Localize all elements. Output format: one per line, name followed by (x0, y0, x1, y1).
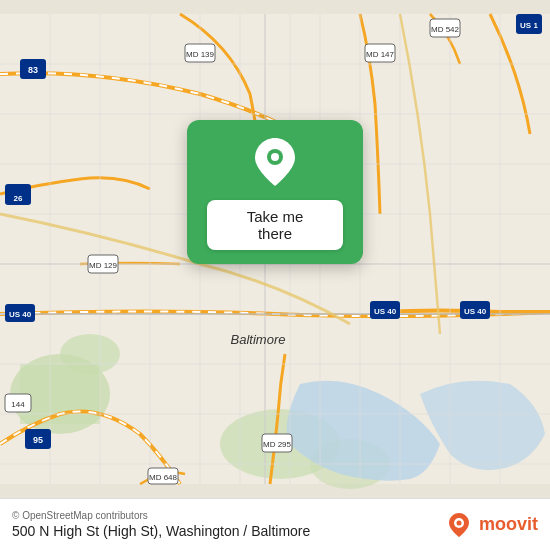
svg-text:MD 129: MD 129 (89, 261, 118, 270)
osm-credit: © OpenStreetMap contributors (12, 510, 310, 521)
svg-text:US 1: US 1 (520, 21, 538, 30)
svg-text:MD 147: MD 147 (366, 50, 395, 59)
svg-point-59 (271, 153, 279, 161)
svg-text:US 40: US 40 (374, 307, 397, 316)
moovit-icon (445, 511, 473, 539)
svg-text:26: 26 (14, 194, 23, 203)
pin-icon-wrapper (255, 138, 295, 190)
svg-text:144: 144 (11, 400, 25, 409)
take-me-there-button[interactable]: Take me there (207, 200, 343, 250)
svg-text:95: 95 (33, 435, 43, 445)
svg-text:83: 83 (28, 65, 38, 75)
moovit-text: moovit (479, 514, 538, 535)
footer: © OpenStreetMap contributors 500 N High … (0, 498, 550, 550)
footer-left: © OpenStreetMap contributors 500 N High … (12, 510, 310, 539)
svg-text:Baltimore: Baltimore (231, 332, 286, 347)
svg-text:MD 648: MD 648 (149, 473, 178, 482)
svg-text:MD 295: MD 295 (263, 440, 292, 449)
map-area: 83 MD 542 MD 139 MD 147 US 1 US 1 26 MD … (0, 0, 550, 498)
map-pin-icon (255, 138, 295, 186)
svg-text:MD 542: MD 542 (431, 25, 460, 34)
location-name: 500 N High St (High St), Washington / Ba… (12, 523, 310, 539)
moovit-logo: moovit (445, 511, 538, 539)
svg-text:US 40: US 40 (9, 310, 32, 319)
svg-text:MD 139: MD 139 (186, 50, 215, 59)
svg-point-61 (456, 520, 461, 525)
svg-text:US 40: US 40 (464, 307, 487, 316)
app: 83 MD 542 MD 139 MD 147 US 1 US 1 26 MD … (0, 0, 550, 550)
location-card: Take me there (187, 120, 363, 264)
